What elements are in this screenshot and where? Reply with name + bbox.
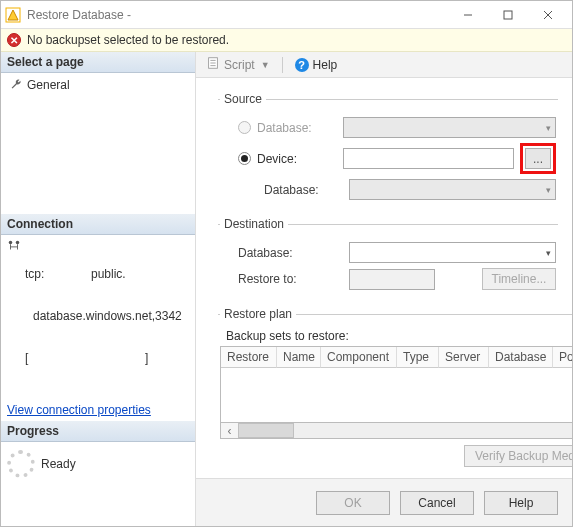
restore-database-dialog: Restore Database - ✕ No backupset select…	[0, 0, 573, 527]
destination-database-label: Database:	[220, 246, 325, 260]
backup-sets-table: Restore Name Component Type Server Datab…	[220, 346, 572, 423]
destination-database-combo[interactable]: ▾	[349, 242, 556, 263]
scroll-thumb[interactable]	[238, 423, 294, 438]
conn-line2: database.windows.net,3342	[33, 309, 182, 323]
tutorial-highlight: ...	[520, 143, 556, 174]
col-type[interactable]: Type	[397, 347, 439, 368]
horizontal-scrollbar[interactable]: ‹ ›	[220, 423, 572, 439]
minimize-button[interactable]	[448, 2, 488, 28]
scroll-track[interactable]	[238, 423, 572, 438]
ok-label: OK	[344, 496, 361, 510]
conn-line3: [ ]	[25, 351, 182, 365]
ok-button: OK	[316, 491, 390, 515]
col-server[interactable]: Server	[439, 347, 489, 368]
progress-spinner-icon	[7, 450, 35, 478]
source-device-radio[interactable]	[238, 152, 251, 165]
left-panel: Select a page General Connection tcp	[1, 52, 196, 526]
view-connection-properties-link[interactable]: View connection properties	[7, 403, 151, 417]
error-icon: ✕	[7, 33, 21, 47]
nav-general-label: General	[27, 78, 70, 92]
destination-legend: Destination	[220, 217, 288, 231]
window-title: Restore Database -	[27, 8, 448, 22]
chevron-down-icon: ▼	[261, 60, 270, 70]
titlebar: Restore Database -	[1, 1, 572, 29]
table-header: Restore Name Component Type Server Datab…	[221, 347, 572, 368]
restore-to-input	[349, 269, 435, 290]
progress-header: Progress	[1, 421, 195, 442]
progress-status: Ready	[41, 457, 76, 471]
restore-to-label: Restore to:	[220, 272, 325, 286]
svg-point-5	[9, 241, 13, 245]
source-database-label: Database:	[257, 121, 343, 135]
scroll-left-button[interactable]: ‹	[221, 423, 238, 438]
toolbar: Script ▼ ? Help	[196, 52, 572, 78]
cancel-label: Cancel	[418, 496, 455, 510]
chevron-down-icon: ▾	[546, 248, 551, 258]
cancel-button[interactable]: Cancel	[400, 491, 474, 515]
verify-backup-media-button: Verify Backup Media	[464, 445, 572, 467]
chevron-down-icon: ▾	[546, 185, 551, 195]
alert-bar: ✕ No backupset selected to be restored.	[1, 29, 572, 52]
device-path-input[interactable]	[343, 148, 514, 169]
backup-sets-subtitle: Backup sets to restore:	[226, 329, 572, 343]
restore-plan-group: Restore plan Backup sets to restore: Res…	[218, 307, 572, 468]
alert-text: No backupset selected to be restored.	[27, 33, 229, 47]
col-component[interactable]: Component	[321, 347, 397, 368]
help-footer-label: Help	[509, 496, 534, 510]
select-page-header: Select a page	[1, 52, 195, 73]
chevron-down-icon: ▾	[546, 123, 551, 133]
script-label: Script	[224, 58, 255, 72]
source-subdatabase-combo[interactable]: ▾	[349, 179, 556, 200]
maximize-button[interactable]	[488, 2, 528, 28]
timeline-button: Timeline...	[482, 268, 556, 290]
help-label: Help	[313, 58, 338, 72]
source-legend: Source	[220, 92, 266, 106]
source-database-combo: ▾	[343, 117, 556, 138]
toolbar-separator	[282, 57, 283, 73]
svg-point-6	[16, 241, 20, 245]
app-icon	[5, 7, 21, 23]
close-button[interactable]	[528, 2, 568, 28]
timeline-label: Timeline...	[492, 272, 547, 286]
script-icon	[206, 56, 220, 73]
server-icon	[7, 239, 21, 393]
script-button[interactable]: Script ▼	[202, 54, 274, 75]
dialog-footer: OK Cancel Help	[196, 478, 572, 526]
verify-label: Verify Backup Media	[475, 449, 572, 463]
source-device-label: Device:	[257, 152, 343, 166]
right-panel: Script ▼ ? Help Source Database:	[196, 52, 572, 526]
connection-header: Connection	[1, 214, 195, 235]
help-icon: ?	[295, 58, 309, 72]
connection-info: tcp: public. database.windows.net,3342 […	[1, 235, 195, 421]
source-group: Source Database: ▾ Device: ...	[218, 92, 558, 207]
help-footer-button[interactable]: Help	[484, 491, 558, 515]
source-database-radio	[238, 121, 251, 134]
col-position[interactable]: Positi	[553, 347, 572, 368]
ellipsis-icon: ...	[533, 152, 543, 166]
col-restore[interactable]: Restore	[221, 347, 277, 368]
help-button[interactable]: ? Help	[291, 56, 342, 74]
destination-group: Destination Database: ▾ Restore to: Time…	[218, 217, 558, 297]
source-subdatabase-label: Database:	[220, 183, 325, 197]
svg-rect-2	[504, 11, 512, 19]
browse-device-button[interactable]: ...	[525, 148, 551, 169]
conn-line1: tcp: public.	[25, 267, 182, 281]
nav-general[interactable]: General	[7, 76, 189, 94]
wrench-icon	[9, 78, 23, 92]
col-name[interactable]: Name	[277, 347, 321, 368]
restore-plan-legend: Restore plan	[220, 307, 296, 321]
col-database[interactable]: Database	[489, 347, 553, 368]
window-buttons	[448, 2, 568, 28]
table-body-empty	[221, 368, 572, 422]
